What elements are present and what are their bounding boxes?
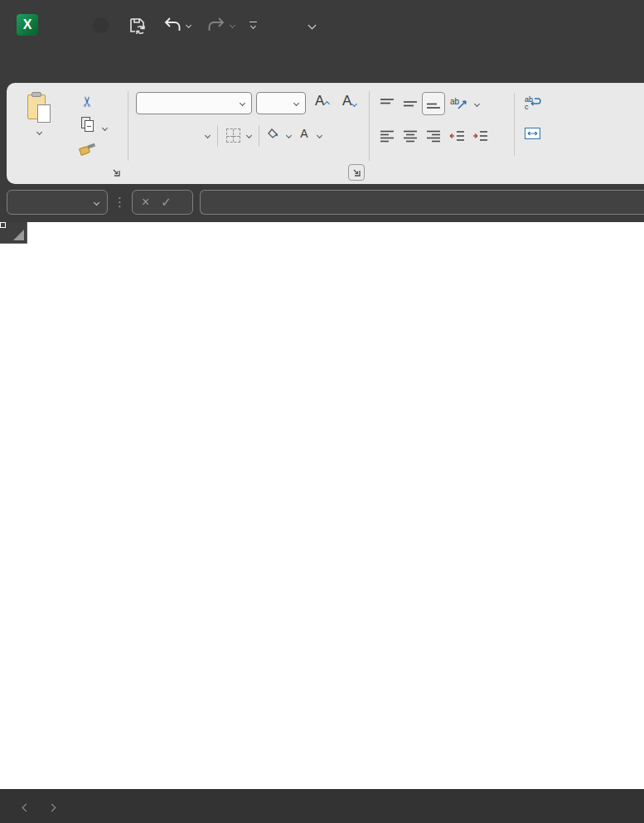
font-name-dropdown-icon bbox=[240, 100, 245, 106]
font-size-combo[interactable] bbox=[256, 92, 306, 114]
scissors-icon: ✂ bbox=[79, 95, 96, 107]
prev-sheet-button[interactable] bbox=[13, 799, 39, 814]
copy-button[interactable] bbox=[76, 113, 98, 136]
paste-button[interactable] bbox=[17, 88, 61, 166]
font-color-swatch bbox=[298, 140, 311, 143]
svg-text:c: c bbox=[525, 103, 529, 110]
underline-dropdown-icon[interactable] bbox=[205, 133, 211, 138]
excel-app-icon[interactable]: X bbox=[17, 14, 38, 36]
middle-align-button[interactable] bbox=[399, 92, 422, 115]
align-center-button[interactable] bbox=[399, 124, 422, 148]
orientation-icon: ab bbox=[450, 97, 468, 110]
clipboard-dialog-launcher[interactable] bbox=[108, 164, 124, 181]
spreadsheet-grid bbox=[0, 222, 644, 789]
redo-dropdown-icon bbox=[230, 22, 235, 27]
font-size-dropdown-icon bbox=[293, 100, 299, 106]
borders-icon bbox=[226, 128, 240, 143]
bold-button[interactable] bbox=[138, 124, 159, 147]
italic-button[interactable] bbox=[159, 124, 181, 147]
align-left-button[interactable] bbox=[375, 124, 399, 148]
borders-dropdown-icon[interactable] bbox=[246, 133, 252, 138]
decrease-indent-button[interactable] bbox=[445, 124, 468, 148]
font-dialog-launcher[interactable] bbox=[348, 164, 365, 181]
ribbon: ✂ A A bbox=[7, 83, 644, 184]
undo-dropdown-icon[interactable] bbox=[186, 22, 191, 27]
align-right-button[interactable] bbox=[422, 124, 445, 148]
document-title-area[interactable] bbox=[285, 22, 315, 28]
format-painter-icon bbox=[77, 138, 98, 157]
fill-color-dropdown-icon[interactable] bbox=[286, 133, 292, 138]
bottom-align-button[interactable] bbox=[422, 92, 445, 115]
fill-color-swatch bbox=[267, 139, 280, 143]
font-color-a-icon: A bbox=[300, 128, 307, 139]
menu-tabs bbox=[0, 50, 644, 83]
svg-text:ab: ab bbox=[450, 97, 460, 106]
font-name-combo[interactable] bbox=[136, 92, 252, 114]
decrease-font-size-button[interactable]: A bbox=[342, 93, 356, 109]
formula-buttons: × ✓ bbox=[132, 190, 193, 215]
quick-access-customize-icon[interactable] bbox=[249, 22, 257, 29]
merge-center-icon bbox=[525, 128, 540, 139]
clipboard-mini-buttons: ✂ bbox=[76, 90, 98, 159]
fill-color-button[interactable] bbox=[264, 124, 283, 147]
excel-window: X bbox=[0, 0, 644, 823]
orientation-button[interactable]: ab bbox=[445, 92, 473, 115]
copy-dropdown-icon[interactable] bbox=[102, 125, 108, 131]
wrap-text-button[interactable]: ab c bbox=[525, 95, 547, 110]
horizontal-align-row bbox=[375, 124, 491, 148]
name-box-dropdown-icon bbox=[94, 199, 99, 205]
increase-indent-button[interactable] bbox=[468, 124, 491, 148]
orientation-dropdown-icon[interactable] bbox=[474, 100, 480, 106]
cut-button[interactable]: ✂ bbox=[76, 90, 98, 113]
formula-bar-divider-icon: ⋮ bbox=[114, 195, 126, 210]
cancel-icon[interactable]: × bbox=[142, 195, 149, 210]
font-color-button[interactable]: A bbox=[294, 124, 314, 147]
autosave-toggle[interactable] bbox=[63, 15, 111, 36]
fill-bucket-icon bbox=[268, 128, 280, 138]
paste-icon bbox=[27, 93, 51, 123]
select-all-corner[interactable] bbox=[0, 222, 27, 244]
wrap-text-icon: ab c bbox=[525, 95, 541, 110]
borders-button[interactable] bbox=[222, 124, 244, 147]
select-all-icon bbox=[13, 230, 24, 240]
title-chevron-icon[interactable] bbox=[308, 21, 317, 29]
font-buttons-row: A bbox=[138, 124, 325, 147]
formula-input[interactable] bbox=[200, 190, 644, 215]
underline-button[interactable] bbox=[181, 124, 202, 147]
copy-icon bbox=[81, 117, 94, 132]
paste-dropdown-icon[interactable] bbox=[36, 129, 41, 135]
name-box[interactable] bbox=[7, 190, 108, 215]
save-icon[interactable] bbox=[128, 16, 147, 35]
toggle-knob bbox=[93, 17, 109, 33]
font-color-dropdown-icon[interactable] bbox=[317, 133, 322, 138]
vertical-align-row: ab bbox=[375, 92, 479, 115]
formula-bar: ⋮ × ✓ bbox=[7, 188, 644, 216]
enter-icon[interactable]: ✓ bbox=[161, 195, 172, 210]
title-bar: X bbox=[0, 0, 644, 50]
top-align-button[interactable] bbox=[375, 92, 399, 115]
next-sheet-button[interactable] bbox=[39, 799, 65, 814]
increase-font-size-button[interactable]: A bbox=[315, 93, 329, 109]
redo-button bbox=[207, 17, 235, 33]
undo-button[interactable] bbox=[163, 17, 191, 33]
sheet-tab-bar bbox=[0, 789, 644, 823]
merge-center-button[interactable] bbox=[525, 128, 546, 139]
format-painter-button[interactable] bbox=[76, 136, 98, 159]
